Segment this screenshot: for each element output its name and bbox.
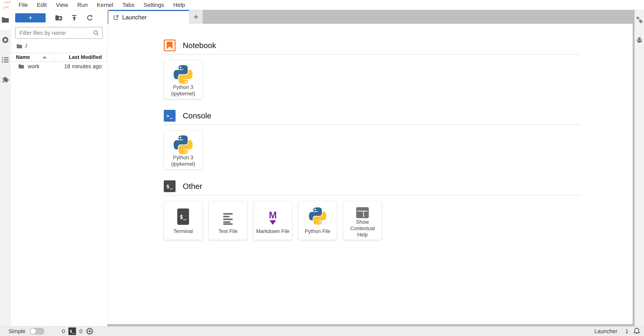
card-label: Text File bbox=[210, 225, 246, 240]
section-title-console: Console bbox=[183, 111, 211, 120]
python-logo-icon bbox=[174, 131, 193, 154]
jupyter-logo bbox=[2, 1, 12, 9]
console-icon: >_ bbox=[164, 110, 176, 122]
file-name: work bbox=[28, 63, 39, 70]
launcher-card-python-file[interactable]: Python File bbox=[298, 201, 337, 240]
menu-items: File Edit View Run Kernel Tabs Settings … bbox=[14, 0, 190, 10]
simple-mode-toggle[interactable] bbox=[30, 328, 44, 335]
terminal-glyph: $_ bbox=[166, 183, 173, 189]
menu-item-view[interactable]: View bbox=[51, 0, 72, 10]
menu-item-settings[interactable]: Settings bbox=[139, 0, 169, 10]
column-header-last-modified[interactable]: Last Modified bbox=[54, 53, 107, 61]
console-glyph: >_ bbox=[166, 113, 173, 119]
other-cards: $_ Terminal Te bbox=[164, 201, 632, 240]
refresh-icon bbox=[86, 14, 94, 22]
sidebar-tab-property-inspector[interactable] bbox=[635, 10, 644, 30]
running-sessions-status[interactable]: 0 $_ 0 bbox=[62, 327, 94, 335]
filter-files-input[interactable] bbox=[20, 30, 93, 36]
launcher-card-markdown-file[interactable]: M Markdown File bbox=[254, 201, 292, 240]
menu-item-kernel[interactable]: Kernel bbox=[92, 0, 118, 10]
new-tab-button[interactable]: + bbox=[189, 10, 203, 24]
file-browser-toolbar: + bbox=[11, 12, 107, 24]
card-label: Python File bbox=[300, 225, 336, 240]
file-browser-panel: + bbox=[11, 10, 107, 326]
notifications-count: 1 bbox=[626, 328, 628, 334]
context-label: Launcher bbox=[594, 328, 618, 334]
launcher-icon bbox=[113, 15, 119, 21]
menu-item-file[interactable]: File bbox=[14, 0, 32, 10]
upload-icon bbox=[71, 14, 78, 22]
tab-bar: Launcher + bbox=[107, 10, 634, 24]
section-title-notebook: Notebook bbox=[183, 41, 216, 50]
tab-launcher-label: Launcher bbox=[122, 14, 147, 21]
running-sessions-icon bbox=[2, 36, 9, 44]
launcher-card-terminal[interactable]: $_ Terminal bbox=[164, 201, 202, 240]
sidebar-tab-table-of-contents[interactable] bbox=[0, 50, 11, 70]
toggle-knob bbox=[30, 328, 36, 334]
card-label: Python 3 (ipykernel) bbox=[165, 84, 201, 99]
refresh-button[interactable] bbox=[85, 14, 94, 22]
home-folder-icon[interactable] bbox=[16, 44, 22, 49]
launcher-panel: Notebook Python 3 (ipykernel) >_ bbox=[107, 24, 632, 324]
extension-manager-icon bbox=[2, 76, 9, 84]
section-header-console: >_ Console bbox=[164, 110, 632, 122]
sidebar-tab-debugger[interactable] bbox=[635, 30, 644, 50]
text-file-icon bbox=[222, 201, 234, 225]
folder-icon bbox=[18, 64, 24, 69]
launcher-card-notebook-python3[interactable]: Python 3 (ipykernel) bbox=[164, 60, 202, 99]
status-bar-right: Launcher 1 bbox=[594, 327, 640, 335]
python-logo-icon bbox=[309, 201, 326, 225]
left-activity-bar bbox=[0, 10, 11, 326]
launcher-card-text-file[interactable]: Text File bbox=[208, 201, 247, 240]
terminal-icon: $_ bbox=[164, 180, 176, 192]
tab-launcher[interactable]: Launcher bbox=[109, 10, 189, 24]
menu-bar: File Edit View Run Kernel Tabs Settings … bbox=[0, 0, 644, 10]
sidebar-tab-running-sessions[interactable] bbox=[0, 30, 11, 50]
upload-button[interactable] bbox=[70, 14, 79, 22]
terminal-icon: $_ bbox=[177, 208, 189, 225]
menu-item-help[interactable]: Help bbox=[169, 0, 190, 10]
card-label: Show Contextual Help bbox=[344, 219, 381, 240]
file-listing-header: Name Last Modified bbox=[11, 53, 107, 62]
kernel-chip-icon bbox=[86, 327, 94, 335]
section-title-other: Other bbox=[183, 182, 202, 191]
sidebar-tab-file-browser[interactable] bbox=[0, 10, 11, 30]
new-folder-icon bbox=[55, 15, 62, 21]
launcher-card-show-contextual-help[interactable]: Show Contextual Help bbox=[343, 201, 382, 240]
column-header-name[interactable]: Name bbox=[11, 53, 54, 61]
notebook-icon bbox=[164, 40, 176, 51]
menu-item-run[interactable]: Run bbox=[73, 0, 92, 10]
column-name-label: Name bbox=[16, 54, 30, 60]
table-of-contents-icon bbox=[2, 57, 9, 63]
terminals-count: 0 bbox=[62, 328, 65, 334]
bell-icon[interactable] bbox=[633, 327, 640, 335]
section-divider bbox=[164, 54, 581, 55]
section-divider bbox=[164, 195, 581, 195]
debugger-bug-icon bbox=[636, 36, 643, 44]
card-label: Markdown File bbox=[254, 225, 291, 240]
python-logo-icon bbox=[174, 61, 193, 84]
filter-files-box bbox=[15, 27, 102, 39]
section-header-other: $_ Other bbox=[164, 180, 632, 192]
sidebar-tab-extension-manager[interactable] bbox=[0, 70, 11, 90]
file-row-work[interactable]: work 18 minutes ago bbox=[11, 62, 107, 71]
notebook-cards: Python 3 (ipykernel) bbox=[164, 60, 632, 99]
right-activity-bar bbox=[634, 10, 644, 326]
new-folder-button[interactable] bbox=[54, 14, 64, 22]
new-launcher-button[interactable]: + bbox=[15, 13, 46, 23]
card-label: Python 3 (ipykernel) bbox=[165, 154, 201, 169]
menu-item-tabs[interactable]: Tabs bbox=[118, 0, 139, 10]
section-divider bbox=[164, 125, 581, 125]
kernels-count: 0 bbox=[80, 328, 82, 334]
main-dock-panel: Launcher + Notebook bbox=[107, 10, 634, 326]
terminal-icon: $_ bbox=[68, 327, 76, 335]
folder-icon bbox=[1, 17, 9, 23]
property-inspector-icon bbox=[636, 16, 644, 24]
interface-mode-switch: Simple bbox=[8, 328, 44, 335]
sort-ascending-icon bbox=[42, 56, 47, 59]
status-bar: Simple 0 $_ 0 Launcher 1 bbox=[0, 326, 644, 336]
launcher-card-console-python3[interactable]: Python 3 (ipykernel) bbox=[164, 131, 202, 169]
breadcrumb-root[interactable]: / bbox=[26, 43, 27, 50]
file-last-modified: 18 minutes ago bbox=[39, 63, 107, 70]
menu-item-edit[interactable]: Edit bbox=[32, 0, 51, 10]
